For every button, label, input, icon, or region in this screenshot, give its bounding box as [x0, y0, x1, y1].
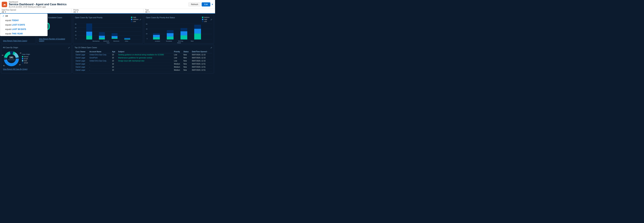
web-legend: Web: [22, 60, 30, 62]
svg-rect-14: [124, 37, 130, 39]
cell-subject[interactable]: Design issue with mechanical rotor: [117, 59, 173, 62]
cell-owner[interactable]: Daniel Lagar: [74, 65, 88, 68]
edit-dropdown-icon[interactable]: ▼: [211, 3, 213, 6]
type-priority-chart: [78, 23, 141, 40]
edit-button[interactable]: Edit: [202, 3, 210, 7]
cell-subject[interactable]: Seeking guidance on electrical wiring in…: [117, 53, 173, 56]
cell-status: New: [182, 65, 191, 68]
refresh-button[interactable]: Refresh: [188, 3, 200, 7]
date-filter-chevron[interactable]: ▼: [4, 11, 6, 13]
origin-report[interactable]: View Report (All Case By Origin): [3, 68, 70, 70]
cell-account[interactable]: United Oil & Gas Corp.: [88, 53, 111, 56]
cell-subject[interactable]: [117, 71, 173, 72]
priority-filter-chevron[interactable]: ▼: [76, 11, 78, 13]
col-subject: Subject: [117, 50, 173, 53]
cell-date: 06/07/2020, 12:51: [191, 68, 212, 71]
svg-rect-8: [99, 32, 105, 36]
date-filter-value[interactable]: All: [2, 11, 4, 13]
cell-account[interactable]: -: [88, 62, 111, 65]
cell-owner[interactable]: Daniel Lagar: [74, 71, 88, 72]
cell-age: 10: [111, 53, 117, 56]
cell-status: New: [182, 68, 191, 71]
cell-owner[interactable]: Daniel Lagar: [74, 56, 88, 59]
cell-age: 10: [111, 71, 117, 72]
cell-priority: Medium: [173, 68, 182, 71]
svg-rect-7: [86, 36, 92, 40]
page-title: Service Dashboard - Agent and Case Metri…: [9, 3, 66, 6]
cell-status: New: [182, 56, 191, 59]
table-row[interactable]: Daniel Lagar - 10 Medium New 06/07/2020,…: [74, 62, 212, 65]
table-row[interactable]: Daniel Lagar United Oil & Gas Corp. 10 D…: [74, 59, 212, 62]
header-title-block: Dashboard Service Dashboard - Agent and …: [9, 1, 66, 8]
dropdown-item-last5[interactable]: equals LAST 5 DAYS: [0, 23, 48, 27]
cell-date: 06/07/2020, 12:15: [191, 53, 212, 56]
dropdown-item-all[interactable]: ✓All: [0, 14, 48, 18]
date-filter-dropdown[interactable]: ✓All equals TODAY equals LAST 5 DAYS equ…: [0, 14, 48, 36]
svg-rect-15: [124, 39, 130, 39]
cell-subject[interactable]: Maintenance guidelines for generator unc…: [117, 56, 173, 59]
type-filter-label: Type: [145, 9, 213, 11]
cell-status: New: [182, 53, 191, 56]
svg-rect-22: [153, 35, 160, 37]
oldest-cases-title: Top 10 Oldest Open Cases: [74, 46, 97, 49]
cell-owner[interactable]: Daniel Lagar: [74, 62, 88, 65]
svg-rect-26: [167, 37, 174, 40]
svg-rect-30: [194, 25, 201, 29]
priority-filter-group: Priority All ▼: [74, 9, 142, 13]
oldest-report[interactable]: View Report (Top 10 Oldest Open Cases): [74, 73, 212, 73]
cell-subject[interactable]: [117, 65, 173, 68]
table-row[interactable]: Daniel Lagar United Oil & Gas Corp. 10 S…: [74, 53, 212, 56]
cell-owner[interactable]: Daniel Lagar: [74, 68, 88, 71]
table-row[interactable]: Daniel Lagar - 10 Medium New 06/07/2020,…: [74, 68, 212, 71]
cell-account[interactable]: United Oil & Gas Corp.: [88, 59, 111, 62]
svg-rect-11: [112, 33, 118, 36]
cell-date: 06/07/2020, 12:51: [191, 71, 212, 72]
priority-status-expand[interactable]: ⤢: [210, 18, 212, 21]
ps-low-legend: Low: [202, 21, 210, 22]
svg-rect-13: [112, 38, 118, 39]
cell-date: 06/07/2020, 12:51: [191, 65, 212, 68]
svg-rect-27: [180, 28, 187, 31]
cell-account[interactable]: -: [88, 71, 111, 72]
cell-owner[interactable]: Daniel Lagar: [74, 59, 88, 62]
oldest-expand[interactable]: ⤢: [210, 46, 212, 49]
cell-subject[interactable]: [117, 68, 173, 71]
table-row[interactable]: Daniel Lagar GenePoint 10 Maintenance gu…: [74, 56, 212, 59]
dropdown-item-last30[interactable]: equals LAST 30 DAYS: [0, 27, 48, 32]
cell-date: 06/07/2020, 12:15: [191, 56, 212, 59]
svg-rect-5: [86, 24, 92, 32]
breadcrumb: Dashboard: [9, 1, 66, 3]
cell-status: New: [182, 71, 191, 72]
table-row[interactable]: Daniel Lagar - 10 Medium New 06/07/2020,…: [74, 71, 212, 72]
dropdown-item-thisyear[interactable]: equals THIS YEAR: [0, 32, 48, 36]
cell-age: 10: [111, 68, 117, 71]
email-legend: Email: [22, 58, 30, 60]
cell-date: 06/07/2020, 12:51: [191, 62, 212, 65]
origin-expand[interactable]: ⤢: [68, 46, 70, 49]
type-filter-value[interactable]: All: [145, 11, 148, 13]
priority-filter-value[interactable]: All: [74, 11, 76, 13]
type-filter-chevron[interactable]: ▼: [148, 11, 150, 13]
cell-account[interactable]: GenePoint: [88, 56, 111, 59]
svg-rect-32: [194, 34, 201, 40]
cell-priority: Low: [173, 59, 182, 62]
medium-legend: Medium: [131, 19, 138, 20]
cell-account[interactable]: -: [88, 65, 111, 68]
type-filter-group: Type All ▼: [145, 9, 213, 13]
cell-age: 10: [111, 62, 117, 65]
priority-status-title: Open Cases By Priority And Status: [146, 17, 175, 19]
origin-donut: 191 Record Count: [3, 50, 20, 67]
ps-medium-legend: Medium: [202, 17, 210, 18]
cell-account[interactable]: -: [88, 68, 111, 71]
cell-owner[interactable]: Daniel Lagar: [74, 53, 88, 56]
dropdown-item-today[interactable]: equals TODAY: [0, 18, 48, 23]
table-row[interactable]: Daniel Lagar - 10 Medium New 06/07/2020,…: [74, 65, 212, 68]
svg-rect-28: [180, 31, 187, 35]
svg-rect-16: [124, 39, 130, 40]
cell-subject[interactable]: [117, 62, 173, 65]
escalated-report[interactable]: View Report (Number of Escalated Cases): [39, 37, 70, 42]
total-open-report[interactable]: View Report (Total Open Cases): [3, 39, 34, 42]
type-priority-expand[interactable]: ⤢: [140, 18, 141, 21]
oldest-table-scroll[interactable]: Case Owner Account Name Age Subject Prio…: [74, 50, 212, 72]
filter-bar: Date/Time Opened All ▼ Priority All ▼ Ty…: [0, 9, 215, 14]
